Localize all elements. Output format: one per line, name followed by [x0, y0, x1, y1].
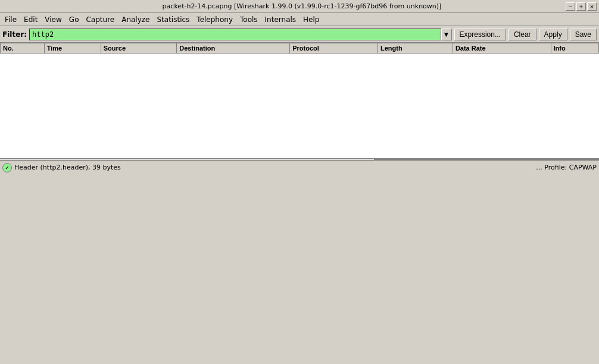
packet-detail-pane [0, 159, 375, 160]
hex-area [375, 159, 599, 160]
col-info: Info [551, 43, 598, 54]
menu-item-analyze[interactable]: Analyze [118, 14, 153, 25]
filter-input[interactable] [29, 29, 441, 40]
status-left-text: Header (http2.header), 39 bytes [14, 164, 534, 171]
col-datarate: Data Rate [453, 43, 551, 54]
status-icon: ✓ [2, 163, 12, 172]
menu-item-internals[interactable]: Internals [261, 14, 300, 25]
expression-button[interactable]: Expression... [454, 29, 506, 40]
menu-item-statistics[interactable]: Statistics [153, 14, 193, 25]
col-protocol: Protocol [290, 43, 378, 54]
hex-tabs [375, 159, 599, 160]
packet-list-pane: No. Time Source Destination Protocol Len… [0, 43, 599, 159]
menu-bar: FileEditViewGoCaptureAnalyzeStatisticsTe… [0, 13, 599, 26]
status-bar: ✓ Header (http2.header), 39 bytes ... Pr… [0, 160, 599, 174]
col-length: Length [378, 43, 453, 54]
col-source: Source [101, 43, 177, 54]
col-destination: Destination [177, 43, 290, 54]
col-time: Time [44, 43, 101, 54]
window-title: packet-h2-14.pcapng [Wireshark 1.99.0 (v… [38, 2, 566, 10]
bottom-panes [0, 159, 599, 160]
filter-input-wrap: ▼ [29, 29, 452, 40]
packet-table: No. Time Source Destination Protocol Len… [0, 43, 599, 54]
clear-button[interactable]: Clear [508, 29, 536, 40]
status-right: ... Profile: CAPWAP [536, 164, 597, 171]
menu-item-telephony[interactable]: Telephony [193, 14, 236, 25]
maximize-button[interactable]: + [576, 2, 586, 11]
close-button[interactable]: × [587, 2, 597, 11]
minimize-button[interactable]: − [566, 2, 575, 11]
status-middle-text: ... Profile: CAPWAP [536, 164, 597, 171]
save-button[interactable]: Save [570, 29, 597, 40]
title-bar: packet-h2-14.pcapng [Wireshark 1.99.0 (v… [0, 0, 599, 13]
menu-item-view[interactable]: View [41, 14, 65, 25]
packet-table-header: No. Time Source Destination Protocol Len… [1, 43, 599, 54]
menu-item-capture[interactable]: Capture [82, 14, 118, 25]
menu-item-file[interactable]: File [1, 14, 20, 25]
filter-label: Filter: [2, 30, 27, 39]
filter-bar: Filter: ▼ Expression... Clear Apply Save [0, 26, 599, 43]
menu-item-help[interactable]: Help [300, 14, 323, 25]
window-controls: − + × [566, 2, 597, 11]
filter-dropdown-button[interactable]: ▼ [441, 29, 452, 40]
menu-item-go[interactable]: Go [65, 14, 83, 25]
col-no: No. [1, 43, 45, 54]
menu-item-edit[interactable]: Edit [20, 14, 41, 25]
bottom-area [0, 159, 599, 160]
apply-button[interactable]: Apply [539, 29, 567, 40]
menu-item-tools[interactable]: Tools [236, 14, 261, 25]
